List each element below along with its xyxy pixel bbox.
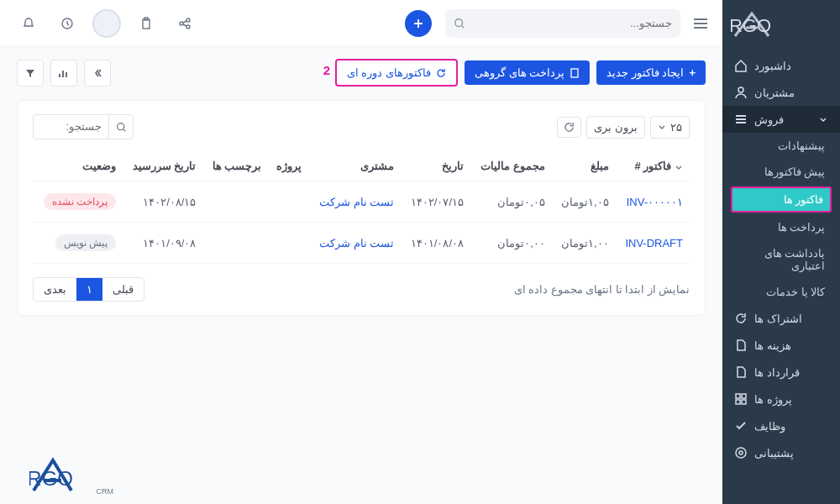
invoice-link[interactable]: INV-DRAFT — [616, 223, 690, 264]
btn-label: ایجاد فاکتور جدید — [606, 66, 684, 79]
filter-button[interactable] — [17, 60, 44, 87]
refresh-table-button[interactable] — [557, 117, 581, 138]
svg-point-14 — [186, 25, 190, 29]
refresh-icon — [564, 122, 575, 133]
nav-projects[interactable]: پروژه ها — [722, 386, 840, 412]
cell-amount: ۱,۰۰تومان — [552, 223, 616, 264]
nav-subscriptions[interactable]: اشتراک ها — [722, 305, 840, 332]
support-icon — [734, 446, 748, 459]
nav-sales[interactable]: فروش — [722, 106, 840, 133]
svg-point-11 — [455, 18, 463, 26]
clock-icon — [60, 17, 74, 30]
nav-expenses[interactable]: هزینه ها — [722, 332, 840, 359]
sub-items[interactable]: کالا یا خدمات — [722, 279, 840, 305]
export-label: برون بری — [594, 121, 638, 134]
cell-due: ۱۴۰۱/۰۹/۰۸ — [123, 223, 203, 264]
create-invoice-button[interactable]: + ایجاد فاکتور جدید — [596, 60, 706, 85]
nav-label: هزینه ها — [754, 339, 791, 352]
cell-tax: ۰,۰۰تومان — [470, 223, 552, 264]
svg-rect-8 — [742, 400, 746, 404]
nav-dashboard[interactable]: داشبورد — [722, 52, 840, 79]
annotation-2: 2 — [323, 63, 330, 77]
share-button[interactable] — [171, 10, 198, 37]
nav-label: پروژه ها — [754, 393, 792, 406]
watermark-logo: RGO CRM — [29, 455, 139, 497]
pager-next[interactable]: بعدی — [34, 278, 76, 301]
page-size-value: ۲۵ — [670, 121, 682, 134]
col-amount[interactable]: مبلغ — [552, 151, 616, 181]
col-invoice[interactable]: فاکتور # — [616, 151, 690, 181]
table-search-input[interactable] — [33, 114, 108, 139]
chart-view-button[interactable] — [50, 60, 77, 87]
col-project[interactable]: پروژه — [268, 151, 308, 181]
nav-label: مشتریان — [754, 87, 795, 99]
pagination: قبلی ۱ بعدی — [33, 277, 144, 302]
file-icon — [734, 339, 748, 352]
global-search[interactable] — [445, 9, 680, 38]
main-nav: داشبورد مشتریان فروش پیشنهادات پیش فاکتو… — [722, 47, 840, 471]
expand-button[interactable] — [84, 60, 111, 87]
svg-point-13 — [186, 18, 190, 22]
nav-tasks[interactable]: وظایف — [722, 412, 840, 439]
menu-toggle[interactable] — [694, 18, 707, 29]
table-summary: نمایش از ابتدا تا انتهای مجموع داده ای — [514, 283, 690, 296]
table-search — [33, 114, 134, 139]
search-icon — [454, 18, 465, 29]
cell-date: ۱۴۰۲/۰۷/۱۵ — [401, 181, 470, 223]
svg-rect-5 — [736, 394, 740, 398]
svg-rect-6 — [742, 394, 746, 398]
pager-prev[interactable]: قبلی — [102, 278, 144, 301]
chevron-down-icon — [818, 114, 828, 124]
cell-status: پرداخت نشده — [33, 181, 123, 223]
logo: RGO — [722, 0, 840, 47]
nav-contracts[interactable]: قرارداد ها — [722, 359, 840, 386]
chevron-down-icon — [675, 163, 683, 171]
invoices-table: فاکتور # مبلغ مجموع مالیات تاریخ مشتری پ… — [33, 151, 690, 264]
nav-label: اشتراک ها — [754, 312, 802, 325]
chart-icon — [58, 67, 70, 79]
main-area: + ایجاد فاکتور جدید پرداخت های گروهی فاک… — [0, 0, 722, 504]
invoice-link[interactable]: INV-۰۰۰۰۰۱ — [616, 181, 690, 223]
svg-point-1 — [738, 87, 743, 92]
col-date[interactable]: تاریخ — [401, 151, 470, 181]
nav-customers[interactable]: مشتریان — [722, 79, 840, 106]
file-icon — [734, 365, 748, 379]
sub-credit-notes[interactable]: یادداشت های اعتباری — [722, 240, 840, 279]
user-avatar[interactable] — [92, 9, 121, 38]
page-size-select[interactable]: ۲۵ — [650, 116, 690, 139]
quick-add-button[interactable] — [405, 10, 432, 37]
invoices-card: ۲۵ برون بری — [17, 100, 706, 316]
client-link[interactable]: تست نام شرکت — [308, 223, 401, 264]
action-toolbar: + ایجاد فاکتور جدید پرداخت های گروهی فاک… — [0, 47, 722, 92]
recurring-invoices-button[interactable]: فاکتورهای دوره ای — [335, 59, 458, 87]
history-button[interactable] — [54, 10, 81, 37]
client-link[interactable]: تست نام شرکت — [308, 181, 401, 223]
pager-page[interactable]: ۱ — [76, 278, 102, 301]
col-tax[interactable]: مجموع مالیات — [470, 151, 552, 181]
col-due[interactable]: تاریخ سررسید — [123, 151, 203, 181]
table-search-button[interactable] — [108, 114, 134, 139]
group-payments-button[interactable]: پرداخت های گروهی — [465, 60, 590, 85]
clipboard-button[interactable] — [133, 10, 160, 37]
sub-proposals[interactable]: پیشنهادات — [722, 133, 840, 159]
cell-project — [268, 223, 308, 264]
svg-rect-7 — [736, 400, 740, 404]
sub-invoices[interactable]: فاکتور ها — [731, 186, 832, 213]
cell-project — [268, 181, 308, 223]
refresh-icon — [436, 68, 446, 78]
sub-payments[interactable]: پرداخت ها — [722, 214, 840, 240]
svg-point-19 — [117, 123, 123, 129]
svg-text:CRM: CRM — [97, 487, 114, 496]
sub-estimates[interactable]: پیش فاکتورها — [722, 159, 840, 185]
col-status[interactable]: وضعیت — [33, 151, 123, 181]
nav-support[interactable]: پشتیبانی — [722, 439, 840, 466]
col-client[interactable]: مشتری — [308, 151, 401, 181]
search-input[interactable] — [472, 17, 672, 29]
svg-point-9 — [736, 448, 746, 458]
col-tags[interactable]: برچسب ها — [202, 151, 268, 181]
notifications-button[interactable] — [15, 10, 42, 37]
cell-tags — [202, 181, 268, 223]
file-icon — [570, 68, 580, 78]
cell-tags — [202, 223, 268, 264]
export-button[interactable]: برون بری — [586, 116, 645, 139]
